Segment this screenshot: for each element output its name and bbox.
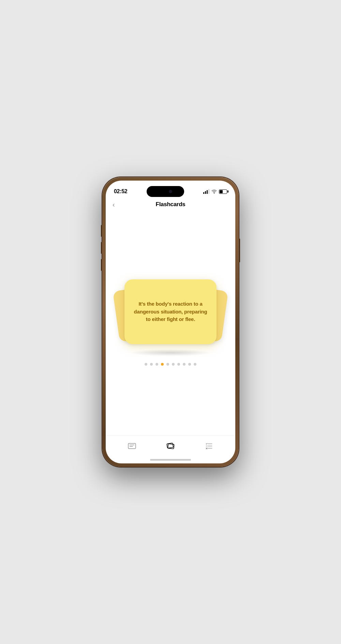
dot-2[interactable] [150, 363, 153, 366]
flashcards-icon [166, 441, 175, 451]
main-content: It's the body's reaction to a dangerous … [106, 211, 235, 435]
status-bar: 02:52 [106, 181, 235, 198]
dot-4-active[interactable] [161, 363, 164, 366]
tab-quiz[interactable] [199, 440, 219, 452]
signal-icon [203, 189, 209, 194]
phone-frame: 02:52 [102, 177, 239, 467]
dynamic-island [147, 186, 184, 197]
pagination-dots [145, 363, 196, 366]
dot-5[interactable] [166, 363, 169, 366]
dot-1[interactable] [145, 363, 147, 366]
cards-view-icon [127, 441, 137, 451]
nav-header: ‹ Flashcards [106, 198, 235, 211]
flashcard-content: It's the body's reaction to a dangerous … [133, 300, 208, 323]
dot-8[interactable] [183, 363, 186, 366]
quiz-icon [204, 441, 214, 451]
phone-screen: 02:52 [106, 181, 235, 463]
tab-bar [106, 435, 235, 459]
flashcard-front[interactable]: It's the body's reaction to a dangerous … [124, 279, 217, 344]
tab-flashcards[interactable] [160, 440, 181, 452]
wifi-icon [211, 189, 217, 194]
dot-6[interactable] [172, 363, 175, 366]
svg-point-0 [214, 193, 214, 194]
tab-cards-view[interactable] [122, 440, 142, 452]
status-icons [203, 189, 227, 194]
flashcard-stack[interactable]: It's the body's reaction to a dangerous … [123, 274, 218, 349]
page-title: Flashcards [156, 201, 186, 208]
dot-7[interactable] [177, 363, 180, 366]
dot-10[interactable] [194, 363, 196, 366]
svg-rect-1 [128, 443, 136, 448]
dot-9[interactable] [188, 363, 191, 366]
card-shadow [130, 349, 211, 356]
battery-icon [219, 189, 227, 194]
dot-3[interactable] [155, 363, 158, 366]
dynamic-island-camera [169, 190, 172, 193]
home-indicator [150, 459, 191, 461]
back-button[interactable]: ‹ [113, 201, 115, 209]
status-time: 02:52 [114, 188, 127, 195]
